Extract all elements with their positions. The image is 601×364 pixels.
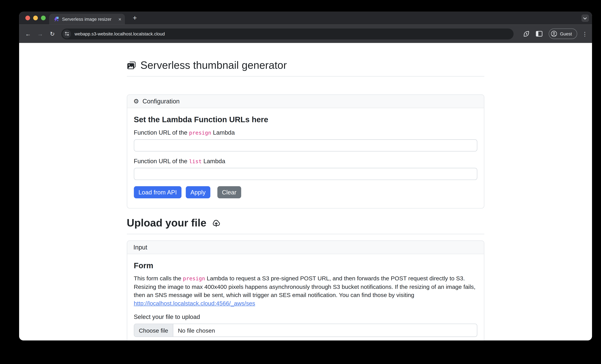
clear-button[interactable]: Clear — [217, 186, 241, 198]
input-card: Input Form This form calls the presign L… — [127, 241, 484, 340]
upload-heading-text: Upload your file — [127, 217, 206, 229]
energy-saver-button[interactable] — [522, 29, 531, 38]
input-header-label: Input — [133, 244, 147, 251]
file-status-text: No file chosen — [173, 324, 220, 336]
list-label-text: Function URL of the — [134, 158, 189, 164]
images-icon — [127, 61, 136, 70]
divider — [127, 234, 484, 234]
description-code: presign — [183, 275, 205, 282]
new-tab-button[interactable]: + — [130, 13, 140, 23]
configuration-card: ⚙ Configuration Set the Lambda Function … — [127, 94, 484, 208]
input-card-body: Form This form calls the presign Lambda … — [127, 254, 484, 340]
config-heading: Set the Lambda Function URLs here — [134, 115, 477, 124]
desktop-background: Serverless image resizer × + ← → ↻ — [0, 0, 601, 364]
profile-button[interactable]: Guest — [549, 29, 577, 39]
traffic-lights — [25, 16, 46, 20]
configuration-card-body: Set the Lambda Function URLs here Functi… — [127, 108, 484, 208]
upload-section-heading: Upload your file — [127, 217, 484, 229]
side-panel-button[interactable] — [534, 29, 544, 38]
browser-window: Serverless image resizer × + ← → ↻ — [19, 12, 592, 340]
address-bar[interactable]: webapp.s3-website.localhost.localstack.c… — [61, 28, 513, 39]
browser-menu-button[interactable]: ⋮ — [582, 31, 588, 37]
ses-link[interactable]: http://localhost.localstack.cloud:4566/_… — [134, 300, 255, 306]
configuration-header-label: Configuration — [142, 98, 180, 105]
url-text: webapp.s3-website.localhost.localstack.c… — [74, 31, 165, 36]
choose-file-button[interactable]: Choose file — [134, 324, 173, 336]
site-info-button[interactable] — [62, 30, 71, 38]
file-input[interactable]: Choose file No file chosen — [134, 324, 477, 337]
list-code: list — [189, 158, 202, 164]
cloud-arrow-up-icon — [211, 218, 221, 228]
input-card-header: Input — [127, 241, 484, 254]
config-buttons: Load from API Apply Clear — [134, 186, 477, 198]
site-settings-icon — [64, 31, 69, 36]
presign-label-text: Function URL of the — [134, 129, 189, 136]
presign-label-suffix: Lambda — [211, 129, 235, 136]
person-circle-icon — [551, 30, 557, 37]
form-heading: Form — [134, 261, 477, 270]
configuration-card-header: ⚙ Configuration — [127, 95, 484, 108]
browser-tab[interactable]: Serverless image resizer × — [49, 14, 125, 25]
browser-toolbar: ← → ↻ webapp.s3-website.localhost.locals… — [19, 25, 592, 43]
reload-button[interactable]: ↻ — [47, 29, 57, 39]
page-title-text: Serverless thumbnail generator — [140, 59, 287, 71]
minimize-window-button[interactable] — [33, 16, 38, 20]
tab-close-icon[interactable]: × — [118, 17, 121, 22]
gear-icon: ⚙ — [133, 98, 139, 104]
tab-title: Serverless image resizer — [62, 17, 115, 21]
presign-url-input[interactable] — [134, 139, 477, 152]
tab-search-button[interactable] — [581, 14, 589, 22]
presign-code: presign — [189, 130, 211, 136]
description-text: This form calls the — [134, 275, 183, 282]
apply-button[interactable]: Apply — [186, 186, 210, 198]
side-panel-icon — [536, 30, 543, 37]
list-url-label: Function URL of the list Lambda — [134, 158, 477, 165]
load-from-api-button[interactable]: Load from API — [134, 186, 181, 198]
presign-url-label: Function URL of the presign Lambda — [134, 129, 477, 136]
form-description: This form calls the presign Lambda to re… — [134, 274, 477, 307]
page-title: Serverless thumbnail generator — [127, 59, 484, 71]
file-select-label: Select your file to upload — [134, 313, 477, 321]
back-button[interactable]: ← — [23, 29, 33, 39]
page-content: Serverless thumbnail generator ⚙ Configu… — [19, 43, 592, 340]
close-window-button[interactable] — [25, 16, 30, 20]
tab-strip: Serverless image resizer × + — [19, 12, 592, 25]
list-label-suffix: Lambda — [202, 158, 225, 164]
energy-saver-leaf-icon — [523, 30, 530, 37]
zoom-window-button[interactable] — [41, 16, 46, 20]
profile-label: Guest — [560, 31, 572, 36]
list-url-input[interactable] — [134, 168, 477, 180]
forward-button[interactable]: → — [35, 29, 45, 39]
tab-favicon-icon — [53, 16, 59, 22]
chevron-down-icon — [583, 17, 587, 19]
divider — [127, 76, 484, 76]
